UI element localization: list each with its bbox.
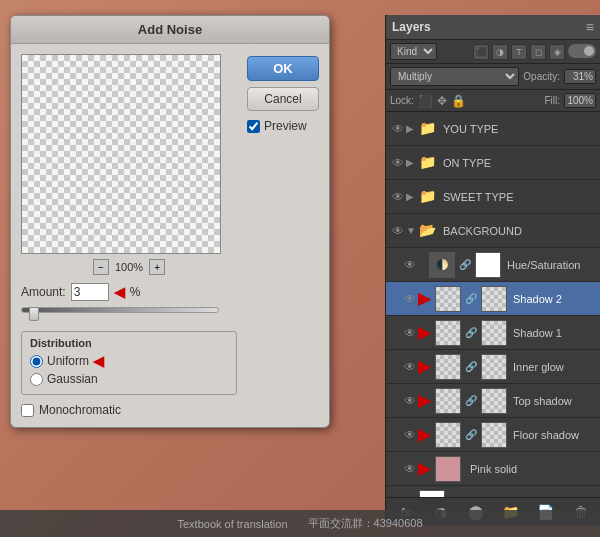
monochromatic-row: Monochromatic bbox=[21, 403, 237, 417]
pink-fill bbox=[436, 457, 460, 481]
layer-thumbnail bbox=[435, 422, 461, 448]
ok-button[interactable]: OK bbox=[247, 56, 319, 81]
layer-row[interactable]: 👁 ▶ 🔗 Top shadow bbox=[386, 384, 600, 418]
layer-name: Shadow 2 bbox=[513, 293, 596, 305]
preview-checkbox[interactable] bbox=[247, 120, 260, 133]
layer-name: SWEET TYPE bbox=[443, 191, 596, 203]
monochromatic-checkbox[interactable] bbox=[21, 404, 34, 417]
layer-mask-thumbnail bbox=[481, 320, 507, 346]
slider-track bbox=[21, 307, 219, 313]
eye-icon[interactable]: 👁 bbox=[390, 223, 406, 239]
layer-mask-thumbnail bbox=[481, 388, 507, 414]
gaussian-radio[interactable] bbox=[30, 373, 43, 386]
lock-pixels-icon[interactable]: ⬛ bbox=[418, 94, 433, 108]
zoom-in-button[interactable]: + bbox=[149, 259, 165, 275]
collapse-arrow-icon[interactable]: ▶ bbox=[406, 191, 416, 202]
uniform-row: Uniform ◀ bbox=[30, 353, 228, 369]
amount-slider[interactable] bbox=[21, 307, 237, 321]
eye-icon[interactable]: 👁 bbox=[402, 359, 418, 375]
blend-mode-select[interactable]: Multiply bbox=[390, 67, 519, 86]
eye-icon[interactable]: 👁 bbox=[402, 393, 418, 409]
layer-thumbnail bbox=[435, 286, 461, 312]
amount-input[interactable] bbox=[71, 283, 109, 301]
distribution-label: Distribution bbox=[30, 337, 228, 349]
layer-name: YOU TYPE bbox=[443, 123, 596, 135]
lock-all-icon[interactable]: 🔒 bbox=[451, 94, 466, 108]
layer-mask-thumbnail bbox=[475, 252, 501, 278]
eye-icon[interactable]: 👁 bbox=[402, 291, 418, 307]
collapse-arrow-icon[interactable]: ▼ bbox=[406, 225, 416, 236]
cancel-button[interactable]: Cancel bbox=[247, 87, 319, 111]
pixel-filter-icon[interactable]: ⬛ bbox=[473, 44, 489, 60]
red-arrow-icon: ▶ bbox=[418, 289, 430, 308]
filter-toggle[interactable] bbox=[568, 44, 596, 58]
collapse-arrow-icon[interactable]: ▶ bbox=[406, 123, 416, 134]
layer-thumbnail bbox=[435, 320, 461, 346]
fill-input[interactable] bbox=[564, 93, 596, 108]
red-arrow-icon: ▶ bbox=[418, 391, 430, 410]
checker-bg bbox=[436, 423, 460, 447]
chain-icon: 🔗 bbox=[459, 259, 471, 270]
uniform-arrow-icon: ◀ bbox=[93, 353, 104, 369]
layer-row[interactable]: 👁 ▶ 📁 YOU TYPE bbox=[386, 112, 600, 146]
layer-row[interactable]: 👁 ▶ 🔗 Shadow 1 bbox=[386, 316, 600, 350]
type-filter-icon[interactable]: T bbox=[511, 44, 527, 60]
layer-name: Shadow 1 bbox=[513, 327, 596, 339]
eye-icon[interactable]: 👁 bbox=[390, 121, 406, 137]
folder-icon: 📁 bbox=[419, 120, 437, 138]
folder-icon: 📁 bbox=[419, 154, 437, 172]
layer-row[interactable]: 👁 ▼ 📂 BACKGROUND bbox=[386, 214, 600, 248]
checker-bg bbox=[436, 287, 460, 311]
layer-name: Floor shadow bbox=[513, 429, 596, 441]
folder-open-icon: 📂 bbox=[419, 222, 437, 240]
layer-row[interactable]: 👁 ▶ 📁 SWEET TYPE bbox=[386, 180, 600, 214]
add-noise-dialog: Add Noise − 100% + Amount: ◀ % bbox=[10, 15, 330, 428]
layer-row[interactable]: 👁 ▶ 🔗 Floor shadow bbox=[386, 418, 600, 452]
layer-row[interactable]: 👁 🌓 🔗 Hue/Saturation bbox=[386, 248, 600, 282]
layer-name: BACKGROUND bbox=[443, 225, 596, 237]
kind-filter-select[interactable]: Kind bbox=[390, 43, 437, 60]
amount-unit: % bbox=[130, 285, 141, 299]
eye-icon[interactable]: 👁 bbox=[402, 427, 418, 443]
layers-panel-title: Layers bbox=[392, 20, 431, 34]
slider-thumb[interactable] bbox=[29, 307, 39, 321]
eye-icon[interactable]: 👁 bbox=[402, 461, 418, 477]
uniform-radio[interactable] bbox=[30, 355, 43, 368]
layers-search-bar: Kind ⬛ ◑ T ◻ ◈ bbox=[386, 40, 600, 64]
lock-position-icon[interactable]: ✥ bbox=[437, 94, 447, 108]
opacity-input[interactable] bbox=[564, 69, 596, 84]
amount-arrow-icon: ◀ bbox=[114, 284, 125, 300]
layers-lock-row: Lock: ⬛ ✥ 🔒 Fill: bbox=[386, 90, 600, 112]
layer-row[interactable]: 👁 Background 🔒 bbox=[386, 486, 600, 497]
layers-menu-icon[interactable]: ≡ bbox=[586, 19, 594, 35]
eye-icon[interactable]: 👁 bbox=[390, 495, 406, 498]
opacity-label: Opacity: bbox=[523, 71, 560, 82]
checker-bg bbox=[482, 287, 506, 311]
layer-row[interactable]: 👁 ▶ Pink solid bbox=[386, 452, 600, 486]
checker-bg bbox=[436, 321, 460, 345]
adjustment-icon: 🌓 bbox=[430, 253, 454, 277]
layer-name: Hue/Saturation bbox=[507, 259, 596, 271]
preview-check-row: Preview bbox=[247, 119, 319, 133]
distribution-group: Distribution Uniform ◀ Gaussian bbox=[21, 331, 237, 395]
eye-icon[interactable]: 👁 bbox=[390, 189, 406, 205]
smart-filter-icon[interactable]: ◈ bbox=[549, 44, 565, 60]
layer-row[interactable]: 👁 ▶ 🔗 Inner glow bbox=[386, 350, 600, 384]
dialog-title: Add Noise bbox=[11, 16, 329, 44]
zoom-out-button[interactable]: − bbox=[93, 259, 109, 275]
checker-bg bbox=[436, 355, 460, 379]
layer-mask-thumbnail bbox=[481, 286, 507, 312]
shape-filter-icon[interactable]: ◻ bbox=[530, 44, 546, 60]
layer-thumbnail bbox=[435, 388, 461, 414]
layers-mode-row: Multiply Opacity: bbox=[386, 64, 600, 90]
eye-icon[interactable]: 👁 bbox=[402, 325, 418, 341]
adjustment-filter-icon[interactable]: ◑ bbox=[492, 44, 508, 60]
eye-icon[interactable]: 👁 bbox=[390, 155, 406, 171]
layer-thumbnail bbox=[419, 490, 445, 498]
white-fill bbox=[420, 491, 444, 498]
layer-row[interactable]: 👁 ▶ 🔗 Shadow 2 bbox=[386, 282, 600, 316]
eye-icon[interactable]: 👁 bbox=[402, 257, 418, 273]
collapse-arrow-icon[interactable]: ▶ bbox=[406, 157, 416, 168]
preview-controls: − 100% + bbox=[21, 259, 237, 275]
layer-row[interactable]: 👁 ▶ 📁 ON TYPE bbox=[386, 146, 600, 180]
